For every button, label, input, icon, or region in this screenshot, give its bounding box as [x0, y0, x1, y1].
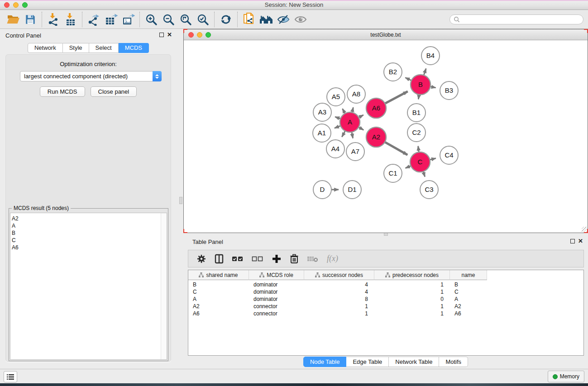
optimization-criterion-select[interactable]: largest connected component (directed) [20, 71, 162, 81]
edge-A-A3[interactable] [335, 117, 340, 119]
network-graph[interactable]: B4B2BB3A8A5A6A3B1AC2A1A2A4A7C4CC1C3DD1 [184, 40, 588, 233]
zoom-out-button[interactable] [160, 12, 177, 27]
graph-node-D[interactable]: D [313, 181, 331, 199]
zoom-selected-button[interactable] [194, 12, 211, 27]
graph-node-A3[interactable]: A3 [313, 103, 331, 121]
float-panel-icon[interactable] [159, 33, 164, 37]
result-item[interactable]: A2 [12, 215, 159, 222]
table-row[interactable]: Cdominator41C [188, 288, 583, 295]
edge-B-B4[interactable] [424, 68, 426, 75]
edge-C-C1[interactable] [406, 166, 411, 168]
import-network-button[interactable] [45, 12, 62, 27]
graph-node-A6[interactable]: A6 [366, 98, 386, 118]
node-table[interactable]: shared nameMCDS rolesuccessor nodesprede… [188, 270, 584, 356]
zoom-fit-button[interactable] [177, 12, 194, 27]
column-header-successor-nodes[interactable]: successor nodes [304, 270, 374, 280]
edge-B-B1[interactable] [418, 95, 419, 100]
graph-node-A5[interactable]: A5 [327, 88, 345, 106]
column-header-predecessor-nodes[interactable]: predecessor nodes [374, 270, 450, 280]
graph-node-A1[interactable]: A1 [313, 124, 331, 142]
edge-A-A7[interactable] [352, 132, 353, 138]
tab-network-table[interactable]: Network Table [389, 357, 439, 367]
search-input[interactable] [460, 16, 579, 23]
graph-node-B[interactable]: B [411, 75, 430, 95]
graph-node-C[interactable]: C [410, 152, 430, 172]
edge-C-C2[interactable] [418, 146, 419, 152]
close-panel-icon[interactable]: ✕ [167, 31, 172, 38]
result-item[interactable]: A6 [12, 244, 159, 251]
result-scrollbar[interactable] [161, 213, 167, 359]
network-canvas[interactable]: B4B2BB3A8A5A6A3B1AC2A1A2A4A7C4CC1C3DD1 [184, 40, 588, 233]
add-row-icon[interactable] [272, 254, 282, 264]
delete-row-icon[interactable] [290, 254, 299, 264]
graph-node-B3[interactable]: B3 [440, 81, 458, 100]
table-row[interactable]: A6connector11A6 [188, 310, 583, 317]
memory-button[interactable]: Memory [548, 371, 584, 382]
export-table-button[interactable] [102, 12, 120, 27]
show-all-networks-button[interactable] [258, 12, 275, 27]
edge-A-A1[interactable] [335, 126, 341, 128]
close-panel-button[interactable]: Close panel [91, 86, 137, 97]
column-header-shared-name[interactable]: shared name [188, 270, 249, 280]
graph-node-B4[interactable]: B4 [421, 47, 440, 65]
vertical-splitter-handle[interactable] [179, 197, 182, 204]
column-header-MCDS-role[interactable]: MCDS role [249, 270, 304, 280]
edge-A-A4[interactable] [342, 131, 345, 137]
show-column-icon[interactable] [215, 254, 224, 264]
search-field[interactable] [449, 14, 583, 24]
table-row[interactable]: Bdominator41B [188, 281, 583, 288]
export-image-button[interactable] [120, 12, 137, 27]
graph-node-D1[interactable]: D1 [343, 181, 361, 199]
edge-C-C4[interactable] [430, 158, 435, 160]
graph-node-C3[interactable]: C3 [420, 181, 438, 199]
edge-C-C3[interactable] [423, 172, 425, 177]
edge-A-A8[interactable] [352, 107, 354, 112]
settings-gear-icon[interactable] [196, 254, 206, 264]
edge-B-B2[interactable] [405, 78, 411, 81]
tab-select[interactable]: Select [89, 43, 119, 53]
tab-style[interactable]: Style [63, 43, 89, 53]
graph-node-C2[interactable]: C2 [407, 124, 425, 142]
result-item[interactable]: C [12, 237, 159, 244]
show-panel-menu-button[interactable] [4, 371, 17, 382]
import-table-button[interactable] [62, 12, 79, 27]
delete-table-icon[interactable] [307, 255, 319, 263]
select-all-icon[interactable] [232, 255, 244, 263]
graph-node-A4[interactable]: A4 [326, 140, 344, 158]
table-row[interactable]: Adominator80A [188, 295, 583, 303]
duplicate-network-button[interactable] [240, 12, 258, 27]
graph-node-A8[interactable]: A8 [347, 85, 365, 103]
function-builder-icon[interactable]: f(x) [327, 254, 338, 263]
close-panel-icon[interactable]: ✕ [578, 238, 583, 244]
tab-mcds[interactable]: MCDS [119, 43, 149, 53]
zoom-in-button[interactable] [143, 12, 160, 27]
tab-network[interactable]: Network [28, 43, 63, 53]
graph-node-B1[interactable]: B1 [407, 104, 425, 122]
graph-node-A2[interactable]: A2 [366, 127, 386, 147]
edge-B-B3[interactable] [430, 86, 436, 88]
graph-node-C4[interactable]: C4 [440, 146, 458, 164]
edge-A-A5[interactable] [343, 109, 345, 114]
open-session-button[interactable] [5, 12, 22, 27]
hide-graphics-details-button[interactable] [275, 12, 292, 27]
graph-node-A[interactable]: A [340, 112, 360, 132]
graph-node-C1[interactable]: C1 [384, 164, 402, 182]
tab-edge-table[interactable]: Edge Table [346, 357, 389, 367]
graph-node-A7[interactable]: A7 [346, 143, 364, 161]
run-mcds-button[interactable]: Run MCDS [40, 86, 85, 97]
table-row[interactable]: A2connector11A2 [188, 303, 583, 310]
column-header-name[interactable]: name [450, 270, 487, 280]
save-session-button[interactable] [22, 12, 39, 27]
edge-A2-C[interactable] [385, 142, 407, 155]
graph-node-B2[interactable]: B2 [384, 63, 402, 81]
tab-node-table[interactable]: Node Table [303, 357, 347, 367]
show-graphics-details-button[interactable] [292, 12, 309, 27]
result-item[interactable]: B [12, 229, 159, 237]
float-panel-icon[interactable] [570, 239, 575, 243]
edge-A6-B[interactable] [385, 91, 407, 104]
result-item[interactable]: A [12, 222, 159, 229]
edge-A-A6[interactable] [359, 115, 363, 118]
edge-A-A2[interactable] [359, 127, 363, 130]
unselect-all-icon[interactable] [252, 255, 263, 263]
export-network-button[interactable] [85, 12, 102, 27]
